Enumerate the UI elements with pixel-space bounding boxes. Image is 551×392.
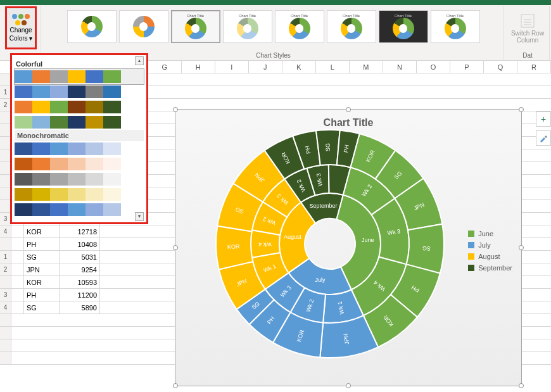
chart-styles-gallery[interactable]: Chart Title Chart Title Chart Title Char… — [65, 6, 483, 44]
chart-style-item[interactable]: Chart Title — [431, 10, 480, 43]
change-colors-button[interactable]: Change Colors ▾ — [5, 6, 37, 49]
switch-row-column-button[interactable]: Switch Row Column — [510, 6, 545, 49]
resize-handle[interactable] — [173, 245, 178, 250]
legend-item[interactable]: June — [468, 230, 512, 237]
col-header-m[interactable]: M — [350, 61, 383, 73]
resize-handle[interactable] — [519, 107, 524, 112]
chart-style-item[interactable]: Chart Title — [275, 10, 324, 43]
chart-style-item[interactable] — [67, 10, 117, 43]
sunburst-segment[interactable] — [216, 226, 253, 270]
col-header-k[interactable]: K — [282, 61, 316, 73]
scroll-down-button[interactable]: ▾ — [135, 212, 144, 221]
cell[interactable]: SG — [24, 251, 60, 263]
row-header[interactable]: 2 — [0, 263, 11, 275]
color-palette-row[interactable] — [15, 115, 144, 130]
color-swatch — [50, 203, 68, 216]
cell[interactable]: 9254 — [60, 263, 100, 275]
color-palette-row[interactable] — [15, 156, 144, 172]
color-palette-row[interactable] — [15, 172, 144, 187]
sunburst-segment[interactable] — [316, 130, 340, 165]
color-swatch — [32, 101, 50, 113]
col-header-h[interactable]: H — [182, 61, 215, 73]
col-header-i[interactable]: I — [215, 61, 249, 73]
chart-style-item[interactable]: Chart Title — [379, 10, 428, 43]
row-header[interactable] — [0, 238, 11, 250]
color-palette-row[interactable] — [15, 84, 144, 99]
col-header-o[interactable]: O — [417, 61, 450, 73]
resize-handle[interactable] — [519, 245, 524, 250]
color-swatch — [103, 173, 121, 186]
col-header-j[interactable]: J — [249, 61, 282, 73]
color-swatch — [50, 85, 68, 98]
row-header[interactable]: 3 — [0, 289, 11, 301]
color-palette-row[interactable] — [15, 99, 144, 115]
resize-handle[interactable] — [519, 383, 524, 388]
legend-item[interactable]: July — [468, 241, 512, 249]
color-swatch — [68, 101, 86, 113]
cell[interactable]: KOR — [24, 225, 60, 237]
color-palette-row[interactable] — [15, 187, 144, 202]
cell[interactable]: KOR — [24, 276, 60, 288]
cell[interactable]: 11200 — [60, 289, 100, 301]
row-header[interactable]: 4 — [0, 301, 11, 313]
color-swatch — [103, 85, 121, 98]
col-header-p[interactable]: P — [450, 61, 484, 73]
color-palette-row[interactable] — [15, 141, 144, 156]
color-swatch — [86, 142, 103, 155]
color-swatch — [68, 142, 86, 155]
color-swatch — [15, 101, 32, 113]
color-swatch — [50, 173, 68, 186]
color-swatch — [32, 116, 50, 129]
cell[interactable]: 12718 — [60, 225, 100, 237]
color-swatch — [15, 158, 32, 170]
chart-legend[interactable]: JuneJulyAugustSeptember — [468, 230, 512, 272]
cell[interactable]: PH — [24, 238, 60, 250]
color-swatch — [15, 203, 32, 216]
legend-swatch — [468, 231, 474, 237]
chart-styles-label: Chart Styles — [256, 51, 290, 60]
col-header-g[interactable]: G — [148, 61, 182, 73]
col-header-n[interactable]: N — [383, 61, 417, 73]
cell[interactable]: SG — [24, 301, 60, 313]
col-header-l[interactable]: L — [316, 61, 350, 73]
color-swatch — [86, 116, 103, 129]
cell[interactable]: 5890 — [60, 301, 100, 313]
resize-handle[interactable] — [173, 107, 178, 112]
change-colors-label1: Change — [10, 27, 32, 34]
cell[interactable]: 10593 — [60, 276, 100, 288]
row-header[interactable] — [0, 276, 11, 288]
row-header[interactable]: 1 — [0, 251, 11, 263]
col-header-r[interactable]: R — [517, 61, 551, 73]
col-header-q[interactable]: Q — [484, 61, 517, 73]
chart-styles-button[interactable] — [536, 130, 551, 146]
row-header[interactable]: 4 — [0, 225, 11, 237]
legend-item[interactable]: September — [468, 264, 512, 272]
cell[interactable]: 10408 — [60, 238, 100, 250]
color-swatch — [103, 203, 121, 216]
resize-handle[interactable] — [346, 383, 351, 388]
color-swatch — [86, 203, 103, 216]
color-palette-row[interactable] — [15, 69, 144, 84]
chart-style-item[interactable]: Chart Title — [327, 10, 376, 43]
color-swatch — [68, 116, 86, 129]
colorful-section-label: Colorful — [15, 58, 144, 69]
resize-handle[interactable] — [346, 107, 351, 112]
chart-style-item[interactable]: Chart Title — [223, 10, 272, 43]
color-swatch — [32, 188, 50, 201]
chart-style-item[interactable] — [119, 10, 168, 43]
change-colors-label2: Colors — [10, 35, 28, 42]
resize-handle[interactable] — [173, 383, 178, 388]
cell[interactable]: 5031 — [60, 251, 100, 263]
chevron-down-icon: ▾ — [28, 35, 33, 42]
legend-item[interactable]: August — [468, 253, 512, 260]
color-swatch — [86, 158, 103, 170]
chart-object[interactable]: Chart Title JuneJulyAugustSeptemberWk 2W… — [175, 109, 522, 386]
scroll-up-button[interactable]: ▴ — [135, 56, 144, 65]
chart-elements-button[interactable]: + — [536, 111, 551, 127]
cell[interactable]: PH — [24, 289, 60, 301]
sunburst-plot-area[interactable]: JuneJulyAugustSeptemberWk 2Wk 3Wk 4Wk 1W… — [211, 125, 449, 363]
color-swatch — [32, 158, 50, 170]
cell[interactable]: JPN — [24, 263, 60, 275]
chart-style-item-selected[interactable]: Chart Title — [171, 10, 220, 43]
color-palette-row[interactable] — [15, 202, 144, 217]
